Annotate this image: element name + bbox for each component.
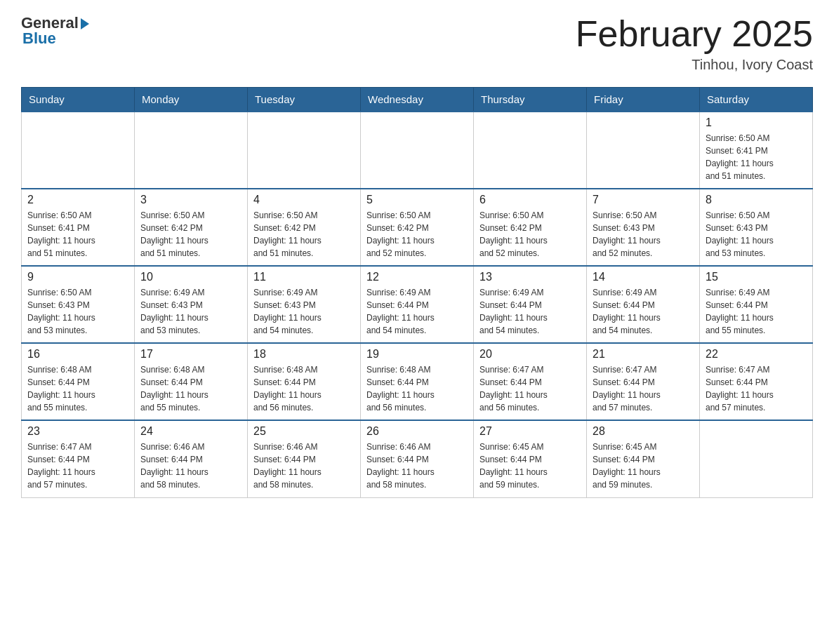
day-info: Sunrise: 6:48 AMSunset: 6:44 PMDaylight:… bbox=[253, 363, 355, 414]
day-number: 12 bbox=[366, 271, 468, 283]
calendar-header-thursday: Thursday bbox=[474, 88, 587, 112]
day-info: Sunrise: 6:50 AMSunset: 6:42 PMDaylight:… bbox=[366, 209, 468, 260]
day-number: 4 bbox=[253, 194, 355, 206]
day-number: 22 bbox=[706, 348, 807, 361]
calendar-cell: 2Sunrise: 6:50 AMSunset: 6:41 PMDaylight… bbox=[22, 189, 135, 266]
calendar-cell: 24Sunrise: 6:46 AMSunset: 6:44 PMDayligh… bbox=[135, 420, 248, 497]
calendar-header-friday: Friday bbox=[587, 88, 700, 112]
calendar-cell: 7Sunrise: 6:50 AMSunset: 6:43 PMDaylight… bbox=[587, 189, 700, 266]
day-number: 7 bbox=[593, 194, 694, 206]
day-info: Sunrise: 6:49 AMSunset: 6:44 PMDaylight:… bbox=[706, 286, 807, 337]
day-info: Sunrise: 6:49 AMSunset: 6:43 PMDaylight:… bbox=[253, 286, 355, 337]
day-number: 21 bbox=[593, 348, 694, 361]
calendar-week-row: 9Sunrise: 6:50 AMSunset: 6:43 PMDaylight… bbox=[22, 266, 813, 343]
day-info: Sunrise: 6:50 AMSunset: 6:43 PMDaylight:… bbox=[593, 209, 694, 260]
page-header: General Blue February 2025 Tinhou, Ivory… bbox=[21, 14, 813, 73]
day-number: 25 bbox=[253, 425, 355, 438]
calendar-header-wednesday: Wednesday bbox=[361, 88, 474, 112]
day-info: Sunrise: 6:46 AMSunset: 6:44 PMDaylight:… bbox=[253, 441, 355, 491]
day-number: 3 bbox=[140, 194, 241, 206]
day-number: 17 bbox=[140, 348, 241, 361]
day-number: 23 bbox=[27, 425, 128, 438]
calendar-cell: 26Sunrise: 6:46 AMSunset: 6:44 PMDayligh… bbox=[361, 420, 474, 497]
calendar-cell: 27Sunrise: 6:45 AMSunset: 6:44 PMDayligh… bbox=[474, 420, 587, 497]
logo-blue-text: Blue bbox=[21, 29, 56, 48]
day-number: 18 bbox=[253, 348, 355, 361]
calendar-cell: 18Sunrise: 6:48 AMSunset: 6:44 PMDayligh… bbox=[248, 343, 361, 420]
day-info: Sunrise: 6:48 AMSunset: 6:44 PMDaylight:… bbox=[140, 363, 241, 414]
day-number: 5 bbox=[366, 194, 468, 206]
calendar-cell: 3Sunrise: 6:50 AMSunset: 6:42 PMDaylight… bbox=[135, 189, 248, 266]
day-info: Sunrise: 6:50 AMSunset: 6:43 PMDaylight:… bbox=[706, 209, 807, 260]
day-info: Sunrise: 6:50 AMSunset: 6:42 PMDaylight:… bbox=[140, 209, 241, 260]
calendar-week-row: 1Sunrise: 6:50 AMSunset: 6:41 PMDaylight… bbox=[22, 112, 813, 189]
calendar-cell: 13Sunrise: 6:49 AMSunset: 6:44 PMDayligh… bbox=[474, 266, 587, 343]
day-info: Sunrise: 6:45 AMSunset: 6:44 PMDaylight:… bbox=[479, 441, 581, 491]
calendar-cell: 10Sunrise: 6:49 AMSunset: 6:43 PMDayligh… bbox=[135, 266, 248, 343]
calendar-table: SundayMondayTuesdayWednesdayThursdayFrid… bbox=[21, 87, 813, 498]
title-area: February 2025 Tinhou, Ivory Coast bbox=[576, 14, 813, 73]
day-info: Sunrise: 6:50 AMSunset: 6:42 PMDaylight:… bbox=[253, 209, 355, 260]
day-number: 26 bbox=[366, 425, 468, 438]
day-info: Sunrise: 6:47 AMSunset: 6:44 PMDaylight:… bbox=[593, 363, 694, 414]
day-info: Sunrise: 6:50 AMSunset: 6:41 PMDaylight:… bbox=[706, 132, 807, 182]
calendar-header-monday: Monday bbox=[135, 88, 248, 112]
calendar-cell: 1Sunrise: 6:50 AMSunset: 6:41 PMDaylight… bbox=[700, 112, 813, 189]
calendar-header-row: SundayMondayTuesdayWednesdayThursdayFrid… bbox=[22, 88, 813, 112]
calendar-cell: 25Sunrise: 6:46 AMSunset: 6:44 PMDayligh… bbox=[248, 420, 361, 497]
calendar-cell: 23Sunrise: 6:47 AMSunset: 6:44 PMDayligh… bbox=[22, 420, 135, 497]
calendar-cell bbox=[474, 112, 587, 189]
day-number: 14 bbox=[593, 271, 694, 283]
calendar-cell: 20Sunrise: 6:47 AMSunset: 6:44 PMDayligh… bbox=[474, 343, 587, 420]
location: Tinhou, Ivory Coast bbox=[576, 57, 813, 73]
day-info: Sunrise: 6:47 AMSunset: 6:44 PMDaylight:… bbox=[706, 363, 807, 414]
day-info: Sunrise: 6:50 AMSunset: 6:43 PMDaylight:… bbox=[27, 286, 128, 337]
calendar-header-sunday: Sunday bbox=[22, 88, 135, 112]
day-info: Sunrise: 6:49 AMSunset: 6:44 PMDaylight:… bbox=[593, 286, 694, 337]
calendar-cell: 22Sunrise: 6:47 AMSunset: 6:44 PMDayligh… bbox=[700, 343, 813, 420]
calendar-cell bbox=[587, 112, 700, 189]
day-number: 27 bbox=[479, 425, 581, 438]
day-number: 16 bbox=[27, 348, 128, 361]
calendar-cell: 15Sunrise: 6:49 AMSunset: 6:44 PMDayligh… bbox=[700, 266, 813, 343]
day-number: 1 bbox=[706, 116, 807, 129]
day-info: Sunrise: 6:46 AMSunset: 6:44 PMDaylight:… bbox=[366, 441, 468, 491]
day-number: 24 bbox=[140, 425, 241, 438]
day-number: 6 bbox=[479, 194, 581, 206]
calendar-cell bbox=[135, 112, 248, 189]
calendar-week-row: 2Sunrise: 6:50 AMSunset: 6:41 PMDaylight… bbox=[22, 189, 813, 266]
calendar-cell: 16Sunrise: 6:48 AMSunset: 6:44 PMDayligh… bbox=[22, 343, 135, 420]
day-number: 13 bbox=[479, 271, 581, 283]
logo: General Blue bbox=[21, 14, 89, 48]
calendar-cell: 9Sunrise: 6:50 AMSunset: 6:43 PMDaylight… bbox=[22, 266, 135, 343]
day-info: Sunrise: 6:47 AMSunset: 6:44 PMDaylight:… bbox=[27, 441, 128, 491]
calendar-cell: 19Sunrise: 6:48 AMSunset: 6:44 PMDayligh… bbox=[361, 343, 474, 420]
day-number: 9 bbox=[27, 271, 128, 283]
calendar-cell: 28Sunrise: 6:45 AMSunset: 6:44 PMDayligh… bbox=[587, 420, 700, 497]
calendar-cell: 21Sunrise: 6:47 AMSunset: 6:44 PMDayligh… bbox=[587, 343, 700, 420]
calendar-cell: 6Sunrise: 6:50 AMSunset: 6:42 PMDaylight… bbox=[474, 189, 587, 266]
day-number: 28 bbox=[593, 425, 694, 438]
calendar-cell: 17Sunrise: 6:48 AMSunset: 6:44 PMDayligh… bbox=[135, 343, 248, 420]
day-info: Sunrise: 6:45 AMSunset: 6:44 PMDaylight:… bbox=[593, 441, 694, 491]
day-number: 8 bbox=[706, 194, 807, 206]
day-number: 20 bbox=[479, 348, 581, 361]
day-number: 15 bbox=[706, 271, 807, 283]
day-info: Sunrise: 6:49 AMSunset: 6:44 PMDaylight:… bbox=[479, 286, 581, 337]
calendar-cell: 8Sunrise: 6:50 AMSunset: 6:43 PMDaylight… bbox=[700, 189, 813, 266]
calendar-header-saturday: Saturday bbox=[700, 88, 813, 112]
calendar-cell bbox=[361, 112, 474, 189]
calendar-cell bbox=[248, 112, 361, 189]
day-number: 19 bbox=[366, 348, 468, 361]
calendar-cell: 14Sunrise: 6:49 AMSunset: 6:44 PMDayligh… bbox=[587, 266, 700, 343]
day-info: Sunrise: 6:50 AMSunset: 6:41 PMDaylight:… bbox=[27, 209, 128, 260]
calendar-cell bbox=[700, 420, 813, 497]
day-info: Sunrise: 6:49 AMSunset: 6:44 PMDaylight:… bbox=[366, 286, 468, 337]
day-info: Sunrise: 6:49 AMSunset: 6:43 PMDaylight:… bbox=[140, 286, 241, 337]
calendar-week-row: 16Sunrise: 6:48 AMSunset: 6:44 PMDayligh… bbox=[22, 343, 813, 420]
day-number: 10 bbox=[140, 271, 241, 283]
logo-arrow-icon bbox=[81, 18, 89, 29]
calendar-cell: 4Sunrise: 6:50 AMSunset: 6:42 PMDaylight… bbox=[248, 189, 361, 266]
day-info: Sunrise: 6:50 AMSunset: 6:42 PMDaylight:… bbox=[479, 209, 581, 260]
day-info: Sunrise: 6:47 AMSunset: 6:44 PMDaylight:… bbox=[479, 363, 581, 414]
